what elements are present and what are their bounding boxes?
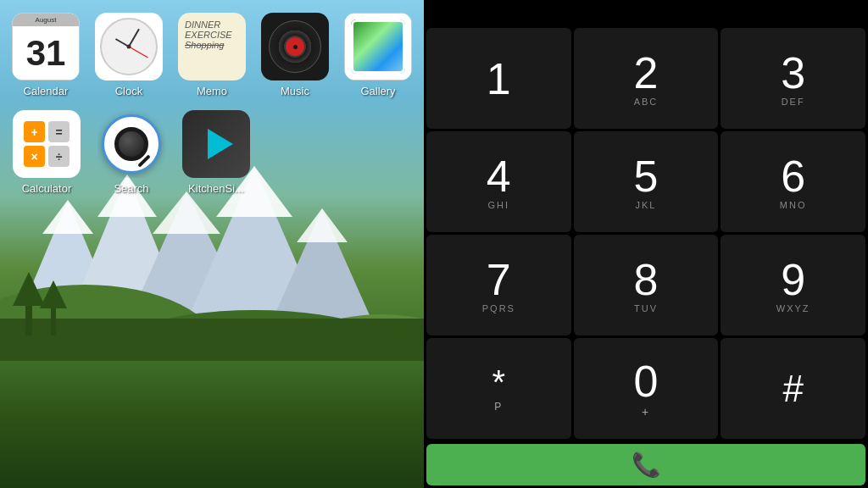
calculator-icon: + = × ÷ (13, 110, 81, 178)
memo-icon: DINNEREXERCISEShopping (178, 13, 246, 80)
calculator-label: Calculator (22, 182, 72, 195)
dial-key-hash[interactable]: # (721, 338, 865, 439)
music-label: Music (281, 85, 309, 97)
key-6-sub: MNO (780, 200, 807, 210)
dial-key-1[interactable]: 1 (426, 28, 571, 129)
key-4-main: 4 (487, 154, 511, 198)
play-triangle-icon (208, 129, 233, 159)
key-8-sub: TUV (634, 303, 658, 313)
dial-key-8[interactable]: 8 TUV (574, 235, 719, 336)
call-button[interactable]: 📞 (426, 444, 865, 485)
app-calendar[interactable]: August 31 Calendar (8, 13, 83, 97)
dialer-action-row: 📞 (424, 441, 868, 488)
app-row-1: August 31 Calendar (8, 13, 415, 97)
key-2-main: 2 (634, 51, 659, 95)
clock-center-dot (127, 45, 131, 49)
call-phone-icon: 📞 (632, 451, 661, 479)
svg-rect-14 (25, 302, 32, 336)
dialer-screen: 1 2 ABC 3 DEF 4 GHI 5 JKL 6 MNO 7 PQRS 8… (424, 0, 868, 488)
app-gallery[interactable]: Gallery (341, 13, 415, 97)
calendar-month: August (13, 14, 79, 26)
kitchensi-label: KitchenSi... (188, 182, 244, 195)
svg-rect-16 (51, 306, 56, 336)
key-9-sub: WXYZ (776, 303, 810, 313)
dial-key-2[interactable]: 2 ABC (574, 28, 719, 129)
app-calculator[interactable]: + = × ÷ Calculator (8, 110, 85, 195)
dial-key-0[interactable]: 0 + (574, 338, 719, 439)
app-search[interactable]: Search (93, 110, 170, 195)
clock-second-hand (129, 47, 148, 58)
dial-key-9[interactable]: 9 WXYZ (721, 235, 865, 336)
dial-key-6[interactable]: 6 MNO (721, 131, 865, 232)
app-kitchensi[interactable]: KitchenSi... (178, 110, 254, 195)
dial-key-7[interactable]: 7 PQRS (426, 235, 571, 336)
dial-key-3[interactable]: 3 DEF (721, 28, 865, 129)
svg-rect-13 (0, 319, 424, 361)
app-clock[interactable]: Clock (92, 13, 166, 97)
key-7-sub: PQRS (482, 303, 515, 313)
gallery-icon (344, 13, 412, 80)
key-0-main: 0 (634, 359, 659, 403)
dial-key-4[interactable]: 4 GHI (426, 131, 571, 232)
key-3-sub: DEF (782, 97, 805, 107)
key-star-main: * (492, 365, 506, 399)
key-7-main: 7 (487, 258, 511, 302)
key-0-sub: + (642, 405, 650, 419)
calendar-icon: August 31 (12, 13, 80, 80)
key-2-sub: ABC (634, 97, 659, 107)
app-grid: August 31 Calendar (0, 0, 424, 208)
dialer-keypad: 1 2 ABC 3 DEF 4 GHI 5 JKL 6 MNO 7 PQRS 8… (424, 25, 868, 441)
key-3-main: 3 (781, 51, 805, 95)
dial-key-5[interactable]: 5 JKL (574, 131, 719, 232)
key-4-sub: GHI (488, 200, 510, 210)
dialer-top-bar (424, 0, 868, 25)
key-9-main: 9 (781, 258, 805, 302)
calendar-label: Calendar (24, 85, 69, 97)
key-6-main: 6 (781, 154, 805, 198)
clock-icon (95, 13, 163, 80)
svg-marker-9 (297, 208, 348, 242)
home-screen: August 31 Calendar (0, 0, 424, 488)
app-memo[interactable]: DINNEREXERCISEShopping Memo (175, 13, 249, 97)
key-5-sub: JKL (636, 200, 657, 210)
key-hash-main: # (782, 370, 803, 408)
calendar-date: 31 (26, 36, 66, 71)
key-5-main: 5 (634, 154, 659, 198)
search-icon (102, 114, 161, 174)
dial-key-star[interactable]: * P (426, 338, 571, 439)
memo-label: Memo (197, 85, 227, 97)
search-label: Search (114, 182, 148, 195)
music-icon (261, 13, 329, 80)
app-music[interactable]: Music (258, 13, 332, 97)
key-star-sub: P (494, 401, 503, 413)
key-8-main: 8 (634, 258, 659, 302)
gallery-label: Gallery (360, 85, 395, 97)
app-row-2: + = × ÷ Calculator (8, 110, 415, 195)
clock-label: Clock (115, 85, 143, 97)
kitchensi-icon (182, 110, 250, 178)
key-1-main: 1 (487, 57, 511, 101)
